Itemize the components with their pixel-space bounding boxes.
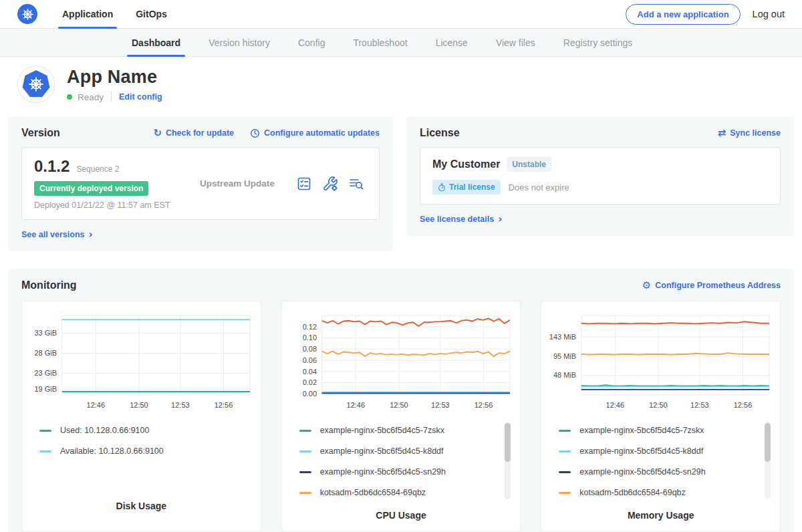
chart-canvas: 33 GiB28 GiB23 GiB19 GiB12:4612:5012:531… <box>29 308 254 418</box>
series-color-dash <box>559 450 571 452</box>
topnav-right: Add a new application Log out <box>626 4 785 25</box>
scrollbar-thumb[interactable] <box>765 423 771 462</box>
version-source-label: Upstream Update <box>200 178 296 188</box>
license-card: License ⇄ Sync license My Customer Unsta… <box>406 116 794 236</box>
ship-wheel-icon <box>21 8 34 21</box>
link-label: See all versions <box>21 230 85 239</box>
chevron-right-icon: › <box>89 229 93 241</box>
version-number-row: 0.1.2 Sequence 2 <box>34 157 200 176</box>
svg-text:0.00: 0.00 <box>302 390 316 398</box>
cpu-usage-chart-card: 0.120.100.080.060.040.020.0012:4612:5012… <box>281 301 521 532</box>
version-card-title: Version <box>21 127 60 139</box>
tab-dashboard[interactable]: Dashboard <box>118 29 194 56</box>
edit-config-link[interactable]: Edit config <box>119 92 162 102</box>
kubernetes-logo-icon[interactable] <box>17 4 37 24</box>
configure-prometheus-link[interactable]: ⚙ Configure Prometheus Address <box>642 279 781 291</box>
link-label: See license details <box>420 215 494 224</box>
series-color-dash <box>299 450 311 452</box>
monitoring-links: ⚙ Configure Prometheus Address <box>642 279 781 291</box>
svg-text:12:56: 12:56 <box>215 401 233 409</box>
legend-item: Used: 10.128.0.66:9100 <box>39 426 239 435</box>
app-header: App Name Ready Edit config <box>0 57 802 114</box>
app-avatar <box>17 65 55 103</box>
topnav-tabs: Application GitOps <box>51 0 178 28</box>
tab-label: Version history <box>209 37 270 48</box>
license-card-title: License <box>420 127 460 139</box>
series-color-dash <box>559 471 571 473</box>
wrench-config-icon[interactable] <box>322 176 338 192</box>
legend-scrollbar[interactable] <box>765 422 771 499</box>
monitoring-section: Monitoring ⚙ Configure Prometheus Addres… <box>8 269 794 532</box>
status-text: Ready <box>78 92 104 102</box>
tab-config[interactable]: Config <box>284 29 339 56</box>
series-color-dash <box>39 450 51 452</box>
svg-text:12:46: 12:46 <box>87 401 106 409</box>
ship-wheel-icon <box>28 76 44 92</box>
see-all-versions-row: See all versions › <box>21 228 380 241</box>
tab-label: Troubleshoot <box>353 37 407 48</box>
chart-canvas: 0.120.100.080.060.040.020.0012:4612:5012… <box>289 308 514 418</box>
page-title: App Name <box>67 67 162 88</box>
legend-label: example-nginx-5bc6f5d4c5-k8ddf <box>320 446 444 456</box>
tab-registry-settings[interactable]: Registry settings <box>549 29 646 56</box>
legend-label: kotsadm-5db6dc6584-69qbz <box>579 488 685 497</box>
add-new-application-button[interactable]: Add a new application <box>626 4 740 25</box>
svg-text:12:56: 12:56 <box>734 401 753 409</box>
svg-text:12:56: 12:56 <box>474 401 493 409</box>
legend-item: kotsadm-5db6dc6584-69qbz <box>559 488 759 497</box>
svg-text:143 MiB: 143 MiB <box>549 333 576 341</box>
topnav-tab-gitops[interactable]: GitOps <box>124 0 178 28</box>
tab-label: License <box>436 37 468 48</box>
svg-text:28 GiB: 28 GiB <box>34 349 57 357</box>
tab-version-history[interactable]: Version history <box>194 29 284 56</box>
tab-label: Dashboard <box>132 37 180 48</box>
trial-license-badge: Trial license <box>432 180 501 194</box>
series-color-dash <box>39 430 51 432</box>
refresh-icon: ↻ <box>153 127 162 139</box>
see-license-details-link[interactable]: See license details › <box>420 213 502 225</box>
series-color-dash <box>299 492 311 494</box>
badge-label: Trial license <box>449 182 495 192</box>
check-for-update-link[interactable]: ↻ Check for update <box>153 127 234 139</box>
topnav-tab-application[interactable]: Application <box>51 0 124 28</box>
configure-automatic-updates-link[interactable]: Configure automatic updates <box>250 128 380 138</box>
chart-legend: example-nginx-5bc6f5d4c5-7zskxexample-ng… <box>289 418 514 509</box>
deployed-status-badge: Currently deployed version <box>34 181 148 196</box>
chart-title: Disk Usage <box>29 501 254 511</box>
app-subnav: Dashboard Version history Config Trouble… <box>0 29 802 57</box>
charts-row: 33 GiB28 GiB23 GiB19 GiB12:4612:5012:531… <box>21 301 781 532</box>
topnav-tab-label: GitOps <box>136 9 167 19</box>
license-badges-row: Trial license Does not expire <box>432 180 768 194</box>
file-diff-icon[interactable] <box>348 176 364 192</box>
ready-status-dot <box>67 94 72 100</box>
see-all-versions-link[interactable]: See all versions › <box>21 229 93 241</box>
tab-license[interactable]: License <box>422 29 482 56</box>
topnav-tab-label: Application <box>62 9 113 19</box>
license-name-row: My Customer Unstable <box>432 157 768 172</box>
svg-text:0.12: 0.12 <box>302 323 316 331</box>
legend-label: Available: 10.128.0.66:9100 <box>60 446 164 456</box>
chart-title: Memory Usage <box>548 510 773 521</box>
legend-scrollbar[interactable] <box>505 422 511 499</box>
svg-text:0.02: 0.02 <box>302 378 316 386</box>
clock-update-icon <box>250 128 260 138</box>
log-out-button[interactable]: Log out <box>753 9 785 19</box>
svg-text:0.06: 0.06 <box>302 356 316 364</box>
tab-troubleshoot[interactable]: Troubleshoot <box>339 29 421 56</box>
tab-view-files[interactable]: View files <box>482 29 549 56</box>
tab-label: Registry settings <box>563 37 632 48</box>
preflight-checklist-icon[interactable] <box>296 176 312 192</box>
scrollbar-thumb[interactable] <box>505 423 511 462</box>
version-card-header: Version ↻ Check for update Configure aut… <box>21 127 380 139</box>
svg-text:0.04: 0.04 <box>302 368 316 376</box>
legend-item: example-nginx-5bc6f5d4c5-k8ddf <box>299 446 499 456</box>
svg-text:12:53: 12:53 <box>690 401 709 409</box>
svg-text:12:53: 12:53 <box>431 401 450 409</box>
divider <box>111 92 112 102</box>
disk-usage-chart-card: 33 GiB28 GiB23 GiB19 GiB12:4612:5012:531… <box>21 301 261 532</box>
kubernetes-heptagon-icon <box>22 70 50 98</box>
sync-license-link[interactable]: ⇄ Sync license <box>718 127 781 139</box>
svg-text:48 MiB: 48 MiB <box>553 371 576 379</box>
monitoring-title: Monitoring <box>21 279 77 291</box>
channel-badge: Unstable <box>507 157 551 172</box>
